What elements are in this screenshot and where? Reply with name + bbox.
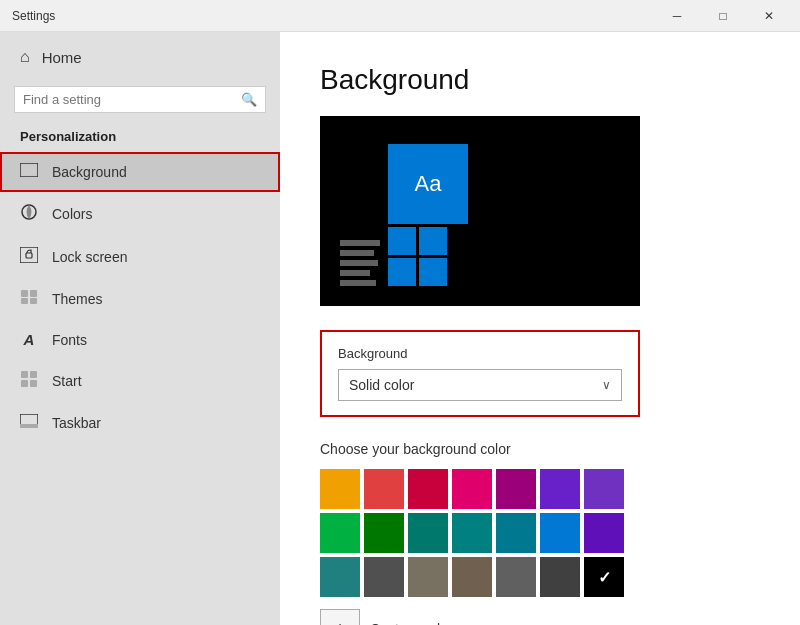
preview-bar-2 bbox=[340, 250, 374, 256]
app-container: ⌂ Home 🔍 Personalization Background bbox=[0, 32, 800, 625]
background-dropdown[interactable]: Solid color ∨ bbox=[338, 369, 622, 401]
maximize-button[interactable]: □ bbox=[700, 0, 746, 32]
background-label: Background bbox=[52, 164, 127, 180]
selected-check-icon: ✓ bbox=[598, 568, 611, 587]
color-swatch-2-2[interactable] bbox=[408, 557, 448, 597]
svg-rect-7 bbox=[21, 298, 28, 304]
lock-screen-label: Lock screen bbox=[52, 249, 127, 265]
color-swatch-2-4[interactable] bbox=[496, 557, 536, 597]
svg-rect-12 bbox=[30, 380, 37, 387]
preview-bar-1 bbox=[340, 240, 380, 246]
color-swatch-0-6[interactable] bbox=[584, 469, 624, 509]
preview-tile-group: Aa bbox=[388, 144, 468, 286]
colors-icon bbox=[20, 203, 38, 225]
preview-inner: Aa bbox=[340, 144, 468, 286]
themes-icon bbox=[20, 289, 38, 309]
background-dropdown-section: Background Solid color ∨ bbox=[320, 330, 640, 417]
color-swatch-2-1[interactable] bbox=[364, 557, 404, 597]
svg-rect-10 bbox=[30, 371, 37, 378]
title-bar: Settings ─ □ ✕ bbox=[0, 0, 800, 32]
window-controls: ─ □ ✕ bbox=[654, 0, 792, 32]
search-icon: 🔍 bbox=[241, 92, 257, 107]
page-title: Background bbox=[320, 64, 760, 96]
preview-bar-5 bbox=[340, 280, 376, 286]
color-swatch-2-5[interactable] bbox=[540, 557, 580, 597]
themes-label: Themes bbox=[52, 291, 103, 307]
svg-rect-11 bbox=[21, 380, 28, 387]
window-title: Settings bbox=[12, 9, 55, 23]
chevron-down-icon: ∨ bbox=[602, 378, 611, 392]
start-label: Start bbox=[52, 373, 82, 389]
color-swatch-1-2[interactable] bbox=[408, 513, 448, 553]
home-label: Home bbox=[42, 49, 82, 66]
custom-color-button[interactable]: + Custom color bbox=[320, 609, 760, 625]
dropdown-selected-value: Solid color bbox=[349, 377, 414, 393]
lock-screen-icon bbox=[20, 247, 38, 267]
preview-small-row-1 bbox=[388, 227, 468, 255]
fonts-label: Fonts bbox=[52, 332, 87, 348]
svg-rect-14 bbox=[20, 424, 38, 428]
close-button[interactable]: ✕ bbox=[746, 0, 792, 32]
taskbar-icon bbox=[20, 414, 38, 432]
color-swatch-2-0[interactable] bbox=[320, 557, 360, 597]
svg-rect-8 bbox=[30, 298, 37, 304]
color-swatch-2-3[interactable] bbox=[452, 557, 492, 597]
svg-rect-3 bbox=[20, 247, 38, 263]
preview-main-tile: Aa bbox=[388, 144, 468, 224]
color-swatch-1-6[interactable] bbox=[584, 513, 624, 553]
color-swatch-0-1[interactable] bbox=[364, 469, 404, 509]
color-swatch-1-3[interactable] bbox=[452, 513, 492, 553]
sidebar-item-taskbar[interactable]: Taskbar bbox=[0, 403, 280, 443]
color-swatch-0-4[interactable] bbox=[496, 469, 536, 509]
sidebar: ⌂ Home 🔍 Personalization Background bbox=[0, 32, 280, 625]
taskbar-label: Taskbar bbox=[52, 415, 101, 431]
svg-rect-5 bbox=[21, 290, 28, 297]
color-swatch-1-5[interactable] bbox=[540, 513, 580, 553]
color-swatch-1-4[interactable] bbox=[496, 513, 536, 553]
sidebar-item-home[interactable]: ⌂ Home bbox=[0, 32, 280, 82]
minimize-button[interactable]: ─ bbox=[654, 0, 700, 32]
sidebar-item-colors[interactable]: Colors bbox=[0, 192, 280, 236]
color-swatch-1-0[interactable] bbox=[320, 513, 360, 553]
sidebar-item-start[interactable]: Start bbox=[0, 359, 280, 403]
small-tile-3 bbox=[388, 258, 416, 286]
sidebar-item-background[interactable]: Background bbox=[0, 152, 280, 192]
sidebar-item-themes[interactable]: Themes bbox=[0, 278, 280, 320]
small-tile-4 bbox=[419, 258, 447, 286]
sidebar-item-lock-screen[interactable]: Lock screen bbox=[0, 236, 280, 278]
custom-color-label: Custom color bbox=[370, 621, 452, 625]
colors-label: Colors bbox=[52, 206, 92, 222]
desktop-preview: Aa bbox=[320, 116, 640, 306]
fonts-icon: A bbox=[20, 331, 38, 348]
plus-icon: + bbox=[320, 609, 360, 625]
svg-rect-9 bbox=[21, 371, 28, 378]
sidebar-item-fonts[interactable]: A Fonts bbox=[0, 320, 280, 359]
color-swatch-0-0[interactable] bbox=[320, 469, 360, 509]
preview-bar-4 bbox=[340, 270, 370, 276]
preview-small-tiles bbox=[388, 227, 468, 286]
dropdown-label: Background bbox=[338, 346, 622, 361]
color-section-label: Choose your background color bbox=[320, 441, 760, 457]
content-area: Background Aa bbox=[280, 32, 800, 625]
background-icon bbox=[20, 163, 38, 181]
color-swatch-2-6[interactable]: ✓ bbox=[584, 557, 624, 597]
color-swatch-0-2[interactable] bbox=[408, 469, 448, 509]
svg-rect-1 bbox=[22, 165, 36, 175]
search-box[interactable]: 🔍 bbox=[14, 86, 266, 113]
color-swatch-0-5[interactable] bbox=[540, 469, 580, 509]
home-icon: ⌂ bbox=[20, 48, 30, 66]
small-tile-1 bbox=[388, 227, 416, 255]
svg-rect-4 bbox=[26, 253, 32, 258]
start-icon bbox=[20, 370, 38, 392]
small-tile-2 bbox=[419, 227, 447, 255]
color-row-1 bbox=[320, 513, 760, 553]
preview-small-row-2 bbox=[388, 258, 468, 286]
preview-bars bbox=[340, 240, 380, 286]
search-input[interactable] bbox=[23, 92, 235, 107]
color-swatch-1-1[interactable] bbox=[364, 513, 404, 553]
svg-rect-6 bbox=[30, 290, 37, 297]
color-row-2: ✓ bbox=[320, 557, 760, 597]
color-row-0 bbox=[320, 469, 760, 509]
color-swatch-0-3[interactable] bbox=[452, 469, 492, 509]
color-grid: ✓ bbox=[320, 469, 760, 597]
